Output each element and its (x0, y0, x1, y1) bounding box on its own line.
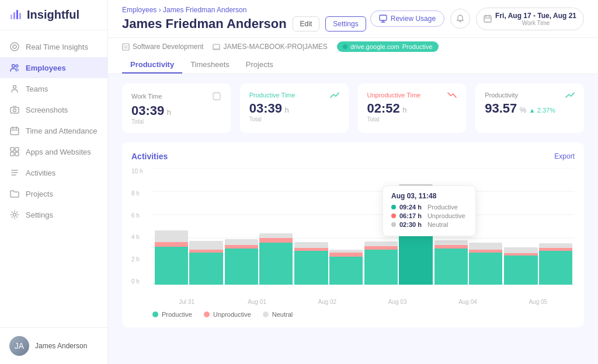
svg-point-5 (13, 45, 16, 48)
svg-rect-1 (13, 12, 15, 19)
unproductive-time-card: Unproductive Time 02:52 h Total (358, 83, 467, 133)
sub-header: Software Development JAMES-MACBOOK-PRO|J… (108, 38, 598, 74)
sidebar-item-activities[interactable]: Activities (0, 162, 107, 183)
main-content: Employees › James Friedman Anderson Jame… (108, 0, 598, 364)
svg-rect-14 (11, 152, 14, 156)
sidebar-item-label: Real Time Insights (26, 43, 88, 51)
svg-rect-20 (213, 44, 220, 49)
svg-point-8 (13, 86, 16, 89)
review-usage-button[interactable]: Review Usage (370, 10, 444, 27)
x-label-aug04: Aug 04 (433, 299, 502, 305)
svg-point-7 (16, 65, 18, 67)
sidebar: Insightful Real Time Insights (0, 0, 108, 364)
bar-productive (155, 247, 188, 285)
x-label-jul31: Jul 31 (152, 299, 221, 305)
stats-row: Work Time 03:39 h Total Productive Time (122, 83, 584, 133)
sidebar-item-employees[interactable]: Employees (0, 57, 107, 78)
laptop-icon (213, 43, 220, 51)
svg-rect-21 (213, 93, 220, 100)
trend-up-icon (330, 92, 339, 98)
avatar: JA (9, 336, 29, 356)
sidebar-item-screenshots[interactable]: Screenshots (0, 99, 107, 120)
sidebar-item-real-time-insights[interactable]: Real Time Insights (0, 36, 107, 57)
trend-down-icon (447, 92, 457, 98)
productive-tag: drive.google.com Productive (337, 41, 439, 52)
building-icon (122, 43, 130, 51)
breadcrumb-link[interactable]: Employees (122, 6, 157, 14)
y-axis: 0 h 2 h 4 h 6 h 8 h 10 h (131, 168, 150, 285)
tooltip-productive-dot (391, 205, 396, 209)
grid-icon (9, 146, 20, 157)
monitor-icon (379, 15, 387, 23)
date-sub-label: Work Time (495, 20, 576, 26)
date-range-picker[interactable]: Fri, Aug 17 - Tue, Aug 21 Work Time (476, 8, 584, 30)
tab-bar: Productivity Timesheets Projects (122, 57, 584, 74)
svg-rect-13 (15, 148, 19, 151)
legend-neutral: Neutral (263, 311, 293, 318)
bars-area (152, 168, 575, 285)
notifications-button[interactable] (450, 9, 470, 29)
tooltip-neutral-dot (391, 222, 396, 227)
breadcrumb-current: James Friedman Anderson (163, 6, 246, 14)
tooltip-unproductive-dot (391, 214, 396, 218)
header-actions: Review Usage Fri, Aug 17 - Tue, Aug 21 W… (370, 8, 584, 30)
calendar-small-icon (484, 15, 492, 23)
bar-group-aug04 (434, 240, 503, 285)
sidebar-item-label: Screenshots (26, 106, 68, 114)
header-left: Employees › James Friedman Anderson Jame… (122, 6, 366, 32)
legend-productive-dot (152, 312, 158, 317)
tab-timesheets[interactable]: Timesheets (182, 57, 238, 74)
activities-card: Activities Export 0 h 2 h 4 h 6 h 8 h 10… (122, 142, 584, 327)
department-meta: Software Development (122, 43, 203, 51)
tab-projects[interactable]: Projects (238, 57, 281, 74)
bar-unproductive (155, 242, 188, 247)
svg-point-10 (13, 109, 16, 112)
clock-icon (212, 92, 221, 101)
tab-productivity[interactable]: Productivity (122, 57, 182, 74)
content-area: Work Time 03:39 h Total Productive Time (108, 74, 598, 364)
x-labels: Jul 31 Aug 01 Aug 02 Aug 03 Aug 04 Aug 0… (131, 299, 575, 305)
svg-rect-17 (380, 15, 387, 20)
calendar-icon (9, 125, 20, 136)
bar-productive (189, 253, 222, 285)
sidebar-navigation: Real Time Insights Employees (0, 30, 107, 327)
svg-rect-18 (484, 16, 491, 22)
page-header: Employees › James Friedman Anderson Jame… (108, 0, 598, 38)
productive-dot (343, 44, 347, 49)
list-icon (9, 167, 20, 178)
legend-neutral-dot (263, 312, 269, 317)
svg-point-6 (12, 65, 15, 68)
svg-rect-15 (15, 152, 19, 156)
gear-icon (9, 209, 20, 220)
sidebar-item-label: Apps and Websites (26, 148, 91, 156)
x-label-aug03: Aug 03 (363, 299, 432, 305)
breadcrumb: Employees › James Friedman Anderson (122, 6, 366, 14)
sidebar-footer: JA James Anderson (0, 327, 107, 364)
pulse-icon (9, 41, 20, 52)
users-icon (9, 62, 20, 73)
edit-button[interactable]: Edit (293, 16, 320, 32)
trend-up-small-icon (565, 92, 575, 98)
legend-productive: Productive (152, 311, 192, 318)
breadcrumb-separator: › (159, 6, 163, 14)
bar-neutral (189, 241, 222, 250)
legend-unproductive-dot (204, 312, 210, 317)
logo: Insightful (0, 0, 107, 30)
x-label-aug05: Aug 05 (504, 299, 572, 305)
settings-button[interactable]: Settings (325, 16, 366, 32)
x-label-aug02: Aug 02 (293, 299, 361, 305)
productive-time-card: Productive Time 03:39 h Total (240, 83, 349, 133)
sidebar-item-apps-and-websites[interactable]: Apps and Websites (0, 141, 107, 162)
export-button[interactable]: Export (554, 152, 575, 160)
bar-group-jul31 (155, 230, 223, 285)
sidebar-item-label: Teams (26, 85, 48, 93)
sidebar-item-label: Time and Attendance (26, 127, 97, 135)
sidebar-item-time-and-attendance[interactable]: Time and Attendance (0, 120, 107, 141)
sidebar-item-settings[interactable]: Settings (0, 204, 107, 225)
activities-header: Activities Export (131, 152, 575, 161)
svg-rect-2 (16, 10, 18, 19)
chart-legend: Productive Unproductive Neutral (131, 311, 575, 318)
computer-meta: JAMES-MACBOOK-PRO|JAMES (213, 43, 327, 51)
sidebar-item-teams[interactable]: Teams (0, 78, 107, 99)
sidebar-item-projects[interactable]: Projects (0, 183, 107, 204)
